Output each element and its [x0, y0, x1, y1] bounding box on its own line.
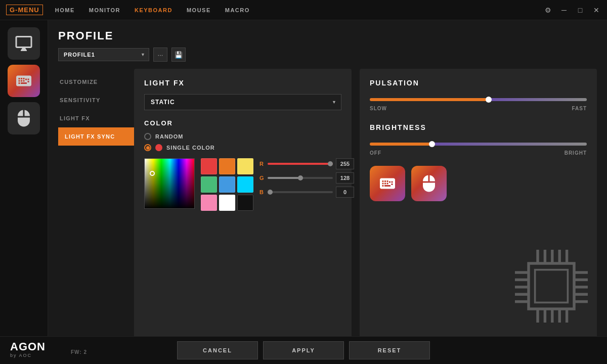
chip-watermark-svg: [506, 241, 597, 332]
rgb-g-slider[interactable]: [268, 177, 333, 179]
device-keyboard-icon[interactable]: [8, 65, 40, 97]
color-gradient-picker[interactable]: [144, 158, 195, 209]
color-section-title: COLOR: [144, 119, 341, 127]
device-monitor-icon[interactable]: [8, 27, 40, 60]
lightfx-panel: LIGHT FX STATIC PULSATION COLOR CYCLE RE…: [134, 69, 352, 364]
agon-logo: AGON by AOC: [10, 341, 46, 358]
brightness-slider-row: OFF BRIGHT: [370, 139, 587, 156]
settings-icon[interactable]: ⚙: [543, 6, 552, 15]
keyboard-svg-icon: [15, 72, 33, 90]
swatch-red[interactable]: [201, 158, 217, 174]
profile-dots-button[interactable]: ···: [153, 48, 167, 62]
pulsation-section: PULSATION SLOW FAST: [370, 79, 587, 111]
rgb-g-label: G: [259, 175, 265, 181]
single-color-dot: [155, 144, 162, 151]
brightness-title: BRIGHTNESS: [370, 123, 587, 131]
brightness-bright-label: BRIGHT: [565, 150, 587, 156]
pulsation-labels: SLOW FAST: [370, 106, 587, 111]
pulsation-fast-label: FAST: [572, 106, 587, 111]
swatch-row-2: [201, 176, 253, 193]
keyboard-thumb-icon: [378, 174, 397, 193]
swatch-cyan[interactable]: [237, 176, 253, 193]
rgb-b-slider[interactable]: [268, 191, 333, 193]
rgb-b-row: B 0: [259, 187, 354, 198]
chip-watermark: [506, 241, 597, 334]
nav-bar: HOME MONITOR KEYBOARD MOUSE MACRO: [55, 5, 543, 15]
monitor-svg-icon: [15, 34, 33, 53]
nav-lightfx[interactable]: LIGHT FX: [58, 109, 134, 127]
random-radio[interactable]: [144, 133, 151, 140]
app-logo: G-MENU: [6, 5, 43, 15]
svg-rect-1: [535, 270, 568, 303]
random-label: RANDOM: [155, 133, 184, 140]
single-color-radio[interactable]: [144, 144, 151, 151]
titlebar: G-MENU HOME MONITOR KEYBOARD MOUSE MACRO…: [0, 0, 607, 20]
swatch-green[interactable]: [201, 176, 217, 193]
swatch-black[interactable]: [237, 195, 253, 211]
rgb-b-value: 0: [336, 187, 354, 198]
pulsation-slider-row: SLOW FAST: [370, 94, 587, 111]
fx-mode-dropdown[interactable]: STATIC PULSATION COLOR CYCLE REACTIVE: [144, 94, 341, 110]
nav-customize[interactable]: CUSTOMIZE: [58, 73, 134, 91]
cancel-button[interactable]: CANCEL: [177, 341, 258, 359]
apply-button[interactable]: APPLY: [263, 341, 344, 359]
rgb-r-label: R: [259, 161, 265, 167]
rgb-r-value: 255: [336, 158, 354, 169]
nav-keyboard[interactable]: KEYBOARD: [135, 5, 172, 15]
rgb-g-value: 128: [336, 172, 354, 184]
agon-text: AGON: [10, 341, 46, 352]
firmware-text: FW: 2: [71, 349, 87, 355]
agon-sub-text: by AOC: [10, 353, 46, 358]
rgb-r-row: R 255: [259, 158, 354, 169]
fx-dropdown-wrap: STATIC PULSATION COLOR CYCLE REACTIVE: [144, 94, 341, 110]
profile-dropdown-wrap: PROFILE1 PROFILE2 PROFILE3: [58, 48, 149, 61]
left-nav: CUSTOMIZE SENSITIVITY LIGHT FX LIGHT FX …: [58, 69, 134, 364]
color-swatches-grid: [201, 158, 253, 211]
profile-save-button[interactable]: 💾: [171, 48, 186, 62]
reset-button[interactable]: RESET: [349, 341, 430, 359]
rgb-r-slider[interactable]: [268, 163, 333, 165]
swatch-yellow[interactable]: [237, 158, 253, 174]
pulsation-title: PULSATION: [370, 79, 587, 87]
nav-mouse[interactable]: MOUSE: [187, 5, 211, 15]
random-option-row[interactable]: RANDOM: [144, 133, 341, 140]
maximize-icon[interactable]: □: [576, 6, 585, 15]
profile-section: PROFILE PROFILE1 PROFILE2 PROFILE3 ··· 💾: [58, 29, 597, 62]
profile-row: PROFILE1 PROFILE2 PROFILE3 ··· 💾: [58, 48, 597, 62]
pulsation-slow-label: SLOW: [370, 106, 387, 111]
swatch-orange[interactable]: [219, 158, 235, 174]
nav-macro[interactable]: MACRO: [225, 5, 250, 15]
keyboard-thumbnail[interactable]: [370, 166, 405, 201]
swatch-blue[interactable]: [219, 176, 235, 193]
brightness-slider[interactable]: [370, 143, 587, 146]
single-color-label: SINGLE COLOR: [166, 145, 215, 151]
profile-title: PROFILE: [58, 29, 597, 42]
color-picker-area: R 255 G 128 B: [144, 158, 341, 211]
radio-selected-dot: [146, 146, 150, 150]
rgb-sliders: R 255 G 128 B: [259, 158, 354, 198]
swatch-pink[interactable]: [201, 195, 217, 211]
swatch-row-3: [201, 195, 253, 211]
rgb-g-row: G 128: [259, 172, 354, 184]
device-sidebar: [0, 20, 48, 364]
brightness-section: BRIGHTNESS OFF BRIGHT: [370, 123, 587, 156]
mouse-thumbnail[interactable]: [411, 166, 447, 201]
single-color-option-row[interactable]: SINGLE COLOR: [144, 144, 341, 151]
rgb-b-label: B: [259, 189, 265, 195]
nav-monitor[interactable]: MONITOR: [89, 5, 120, 15]
swatch-row-1: [201, 158, 253, 174]
close-icon[interactable]: ✕: [592, 6, 601, 15]
window-controls: ⚙ ─ □ ✕: [543, 6, 601, 15]
device-thumbnails: [370, 166, 587, 201]
swatch-white[interactable]: [219, 195, 235, 211]
minimize-icon[interactable]: ─: [559, 6, 569, 15]
pulsation-slider[interactable]: [370, 98, 587, 101]
device-mouse-icon[interactable]: [8, 102, 40, 134]
bottom-buttons: CANCEL APPLY RESET: [177, 341, 430, 359]
mouse-svg-icon: [15, 109, 33, 127]
profile-dropdown[interactable]: PROFILE1 PROFILE2 PROFILE3: [58, 48, 149, 61]
nav-sensitivity[interactable]: SENSITIVITY: [58, 91, 134, 109]
nav-lightfx-sync[interactable]: LIGHT FX SYNC: [58, 127, 134, 146]
brightness-labels: OFF BRIGHT: [370, 150, 587, 156]
nav-home[interactable]: HOME: [55, 5, 75, 15]
